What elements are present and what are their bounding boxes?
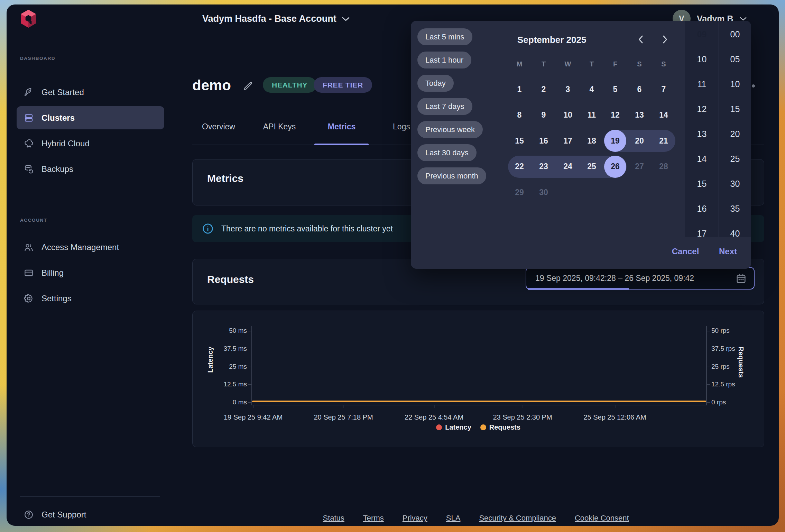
hour-option-13[interactable]: 13 bbox=[685, 121, 719, 146]
axis-tick-mark bbox=[248, 384, 251, 385]
calendar-day-15[interactable]: 15 bbox=[507, 128, 532, 154]
sidebar-support-divider bbox=[20, 496, 160, 497]
hour-option-17[interactable]: 17 bbox=[685, 221, 719, 237]
minute-option-00[interactable]: 00 bbox=[719, 22, 751, 47]
right-axis-label: Requests bbox=[737, 347, 745, 378]
sidebar-item-hybrid-cloud[interactable]: Hybrid Cloud bbox=[17, 132, 164, 155]
quick-range-last-5-mins[interactable]: Last 5 mins bbox=[417, 28, 472, 45]
calendar-day-18[interactable]: 18 bbox=[580, 128, 604, 154]
cancel-button[interactable]: Cancel bbox=[668, 245, 703, 258]
hour-option-09[interactable]: 09 bbox=[685, 22, 719, 47]
quick-range-last-7-days[interactable]: Last 7 days bbox=[417, 98, 472, 115]
calendar-day-10[interactable]: 10 bbox=[556, 102, 580, 128]
minute-option-35[interactable]: 35 bbox=[719, 196, 751, 221]
calendar-day-4[interactable]: 4 bbox=[580, 76, 604, 102]
minute-option-05[interactable]: 05 bbox=[719, 47, 751, 72]
minute-option-10[interactable]: 10 bbox=[719, 72, 751, 97]
calendar-day-9[interactable]: 9 bbox=[532, 102, 556, 128]
date-range-input[interactable]: 19 Sep 2025, 09:42:28 – 26 Sep 2025, 09:… bbox=[526, 267, 755, 290]
footer-link-sla[interactable]: SLA bbox=[446, 514, 461, 523]
minute-option-30[interactable]: 30 bbox=[719, 171, 751, 196]
chevron-left-icon[interactable] bbox=[635, 34, 646, 45]
requests-chart: Latency Requests 50 ms37.5 ms25 ms12.5 m… bbox=[192, 311, 764, 447]
sidebar-item-get-support[interactable]: Get Support bbox=[17, 503, 164, 526]
calendar-day-5[interactable]: 5 bbox=[603, 76, 627, 102]
x-axis-label: 19 Sep 25 9:42 AM bbox=[224, 413, 283, 421]
calendar-day-7[interactable]: 7 bbox=[652, 76, 676, 102]
sidebar-item-billing[interactable]: Billing bbox=[17, 261, 164, 284]
sidebar-item-settings[interactable]: Settings bbox=[17, 287, 164, 310]
axis-tick-mark bbox=[253, 405, 254, 408]
minute-option-15[interactable]: 15 bbox=[719, 97, 751, 121]
legend-dot bbox=[436, 424, 442, 430]
quick-range-list: Last 5 minsLast 1 hourTodayLast 7 daysPr… bbox=[417, 28, 486, 184]
chevron-down-icon bbox=[740, 17, 747, 21]
calendar-day-23[interactable]: 23 bbox=[532, 154, 556, 180]
quick-range-last-1-hour[interactable]: Last 1 hour bbox=[417, 52, 471, 68]
next-button[interactable]: Next bbox=[715, 245, 740, 258]
calendar-day-16[interactable]: 16 bbox=[532, 128, 556, 154]
hour-option-14[interactable]: 14 bbox=[685, 146, 719, 171]
axis-tick-mark bbox=[343, 405, 344, 408]
calendar-day-3[interactable]: 3 bbox=[556, 76, 580, 102]
sidebar-item-access-management[interactable]: Access Management bbox=[17, 236, 164, 259]
hour-picker-column[interactable]: 091011121314151617 bbox=[685, 21, 719, 237]
quick-range-today[interactable]: Today bbox=[417, 75, 454, 92]
clusters-icon bbox=[24, 113, 34, 123]
axis-tick-mark bbox=[706, 331, 710, 331]
quick-range-last-30-days[interactable]: Last 30 days bbox=[417, 144, 477, 161]
hour-option-15[interactable]: 15 bbox=[685, 171, 719, 196]
calendar-day-17[interactable]: 17 bbox=[556, 128, 580, 154]
backups-icon bbox=[24, 164, 34, 174]
calendar-day-25[interactable]: 25 bbox=[580, 154, 604, 180]
minute-picker-column[interactable]: 000510152025303540 bbox=[719, 21, 751, 237]
sidebar-item-backups[interactable]: Backups bbox=[17, 157, 164, 181]
calendar-day-8[interactable]: 8 bbox=[507, 102, 532, 128]
footer-link-cookie-consent[interactable]: Cookie Consent bbox=[575, 514, 629, 523]
footer-link-terms[interactable]: Terms bbox=[363, 514, 384, 523]
calendar-day-24[interactable]: 24 bbox=[556, 154, 580, 180]
tab-logs[interactable]: Logs bbox=[393, 122, 410, 131]
calendar-day-21[interactable]: 21 bbox=[652, 128, 676, 154]
calendar-day-12[interactable]: 12 bbox=[603, 102, 627, 128]
hour-option-12[interactable]: 12 bbox=[685, 97, 719, 121]
sidebar-item-get-started[interactable]: Get Started bbox=[17, 81, 164, 104]
hour-option-11[interactable]: 11 bbox=[685, 72, 719, 97]
tab-api-keys[interactable]: API Keys bbox=[263, 122, 296, 131]
overflow-menu-dot bbox=[752, 84, 755, 88]
quick-range-previous-week[interactable]: Previous week bbox=[417, 121, 483, 138]
hour-option-10[interactable]: 10 bbox=[685, 47, 719, 72]
hybrid-cloud-icon bbox=[24, 138, 34, 149]
calendar-day-14[interactable]: 14 bbox=[652, 102, 676, 128]
calendar-day-19[interactable]: 19 bbox=[603, 128, 627, 154]
minute-option-40[interactable]: 40 bbox=[719, 221, 751, 237]
edit-pencil-icon[interactable] bbox=[242, 80, 253, 91]
status-badge: HEALTHY bbox=[263, 77, 316, 93]
users-icon bbox=[24, 242, 34, 253]
calendar-icon bbox=[735, 273, 747, 284]
calendar-day-13[interactable]: 13 bbox=[627, 102, 652, 128]
footer-link-status[interactable]: Status bbox=[323, 514, 344, 523]
calendar-day-2[interactable]: 2 bbox=[532, 76, 556, 102]
sidebar-item-clusters[interactable]: Clusters bbox=[17, 106, 164, 129]
calendar-day-20[interactable]: 20 bbox=[627, 128, 652, 154]
minute-option-25[interactable]: 25 bbox=[719, 146, 751, 171]
calendar-day-1[interactable]: 1 bbox=[507, 76, 532, 102]
tab-metrics[interactable]: Metrics bbox=[328, 122, 356, 131]
calendar-day-26[interactable]: 26 bbox=[603, 154, 627, 180]
chevron-right-icon[interactable] bbox=[659, 34, 671, 45]
footer-link-privacy[interactable]: Privacy bbox=[403, 514, 427, 523]
calendar-day-11[interactable]: 11 bbox=[580, 102, 604, 128]
quick-range-previous-month[interactable]: Previous month bbox=[417, 167, 486, 184]
account-switcher[interactable]: Vadym Hasdfa - Base Account bbox=[202, 13, 350, 24]
day-header: T bbox=[542, 60, 546, 68]
qdrant-logo-icon[interactable] bbox=[20, 9, 37, 28]
sidebar-item-label: Clusters bbox=[41, 113, 75, 123]
minute-option-20[interactable]: 20 bbox=[719, 121, 751, 146]
sidebar-nav-dashboard: Get StartedClustersHybrid CloudBackups bbox=[17, 81, 164, 181]
footer-link-security-compliance[interactable]: Security & Compliance bbox=[479, 514, 556, 523]
calendar-day-6[interactable]: 6 bbox=[627, 76, 652, 102]
tab-overview[interactable]: Overview bbox=[202, 122, 235, 131]
calendar-day-22[interactable]: 22 bbox=[507, 154, 532, 180]
hour-option-16[interactable]: 16 bbox=[685, 196, 719, 221]
